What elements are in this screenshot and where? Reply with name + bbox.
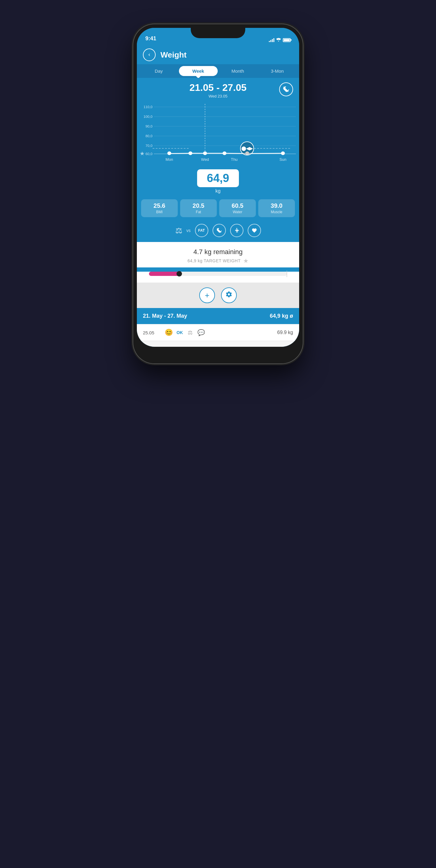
svg-text:★: ★: [139, 151, 145, 157]
weight-chart: 110,0 100,0 90,0 80,0 70,0 60,0 ★ Mon We…: [137, 104, 299, 164]
battery-icon: [283, 38, 291, 42]
metric-muscle[interactable]: 39.0 Muscle: [258, 199, 295, 217]
week-dates: 21. May - 27. May: [143, 313, 187, 319]
weight-unit: kg: [137, 188, 299, 194]
svg-text:Thu: Thu: [231, 157, 238, 162]
water-label: Water: [221, 210, 254, 214]
muscle-icon: [282, 86, 290, 93]
svg-point-20: [204, 152, 207, 155]
muscle-label: Muscle: [260, 210, 293, 214]
vs-text: vs: [187, 228, 191, 233]
target-weight-row: 64,9 kg TARGET WEIGHT ★: [143, 257, 293, 265]
svg-text:80,0: 80,0: [146, 134, 153, 138]
tab-day[interactable]: Day: [139, 66, 178, 76]
wifi-icon: [276, 37, 281, 42]
svg-text:100,0: 100,0: [144, 115, 152, 118]
settings-icon: [225, 291, 232, 300]
bmi-value: 25.6: [143, 202, 176, 209]
phone-shell: 9:41: [133, 24, 303, 364]
chart-area: 110,0 100,0 90,0 80,0 70,0 60,0 ★ Mon We…: [137, 101, 299, 164]
progress-section: [137, 272, 299, 283]
progress-bar: [149, 272, 287, 276]
svg-text:110,0: 110,0: [144, 105, 152, 109]
scale-icon[interactable]: ⚖: [175, 226, 182, 235]
signal-bars-icon: [269, 38, 274, 42]
list-ok-text: OK: [177, 330, 183, 335]
water-value: 60.5: [221, 202, 254, 209]
target-star-icon[interactable]: ★: [243, 257, 249, 265]
svg-point-18: [168, 152, 171, 155]
tab-bar: Day Week Month 3-Mon: [137, 64, 299, 78]
svg-point-21: [223, 152, 226, 155]
svg-text:Wed: Wed: [201, 157, 209, 162]
status-icons: [269, 37, 291, 42]
compare-heart-button[interactable]: [248, 224, 261, 237]
svg-text:70,0: 70,0: [146, 144, 153, 148]
compare-row: ⚖ vs FAT: [137, 221, 299, 242]
svg-point-19: [189, 152, 192, 155]
svg-text:90,0: 90,0: [146, 124, 153, 128]
metrics-row: 25.6 BMI 20.5 Fat 60.5 Water 39.0 Muscle: [137, 196, 299, 221]
metric-bmi[interactable]: 25.6 BMI: [141, 199, 178, 217]
svg-point-22: [246, 152, 249, 155]
week-summary: 21. May - 27. May 64,9 kg ø: [137, 308, 299, 324]
settings-button[interactable]: [221, 287, 237, 303]
weight-value-box: 64,9: [197, 169, 239, 187]
muscle-value: 39.0: [260, 202, 293, 209]
svg-point-24: [236, 228, 237, 229]
svg-text:Mon: Mon: [166, 157, 173, 162]
date-range: 21.05 - 27.05: [190, 82, 247, 93]
activity-icon: [234, 227, 240, 234]
list-face-icon: 😊: [165, 329, 173, 337]
progress-fill: [149, 272, 179, 276]
tab-3mon[interactable]: 3-Mon: [258, 66, 297, 76]
date-sub: Wed 23.05: [190, 94, 247, 98]
svg-text:Sun: Sun: [279, 157, 286, 162]
tab-month[interactable]: Month: [218, 66, 257, 76]
add-icon: +: [205, 291, 209, 300]
metric-water[interactable]: 60.5 Water: [219, 199, 256, 217]
list-row[interactable]: 25.05 😊 OK ⚖ 💬 69.9 kg: [137, 324, 299, 341]
fat-label: Fat: [182, 210, 215, 214]
back-button[interactable]: [143, 49, 156, 61]
list-date: 25.05: [143, 330, 161, 335]
bottom-padding: [137, 341, 299, 347]
compare-activity-button[interactable]: [230, 224, 243, 237]
progress-dot: [177, 271, 182, 277]
list-weight: 69.9 kg: [277, 330, 293, 335]
remaining-text: 4.7 kg remaining: [143, 248, 293, 256]
progress-end-marker: [287, 271, 287, 277]
week-avg: 64,9 kg ø: [270, 313, 293, 319]
svg-text:60,0: 60,0: [146, 152, 153, 156]
target-weight-text: 64,9 kg TARGET WEIGHT: [187, 258, 240, 263]
muscle-compare-icon: [216, 227, 222, 234]
status-time: 9:41: [145, 35, 156, 42]
metric-fat[interactable]: 20.5 Fat: [180, 199, 217, 217]
page-title: Weight: [160, 50, 187, 60]
weight-value: 64,9: [207, 172, 229, 184]
fat-value: 20.5: [182, 202, 215, 209]
tab-week[interactable]: Week: [179, 66, 218, 76]
app-header: Weight: [137, 45, 299, 61]
bmi-label: BMI: [143, 210, 176, 214]
list-comment-icon: 💬: [197, 329, 205, 336]
muscle-button[interactable]: [279, 82, 293, 96]
target-section: 4.7 kg remaining 64,9 kg TARGET WEIGHT ★: [137, 242, 299, 268]
heart-icon: [252, 228, 257, 233]
list-food-icon: ⚖: [188, 329, 193, 336]
svg-point-23: [281, 152, 285, 155]
compare-fat-button[interactable]: FAT: [195, 224, 208, 237]
add-button[interactable]: +: [199, 287, 215, 303]
date-header: 21.05 - 27.05 Wed 23.05: [137, 78, 299, 101]
action-row: +: [137, 283, 299, 308]
compare-muscle-button[interactable]: [213, 224, 226, 237]
phone-screen: 9:41: [137, 28, 299, 347]
notch: [191, 28, 245, 38]
weight-display: 64,9 kg: [137, 164, 299, 196]
back-arrow-icon: [147, 52, 152, 57]
